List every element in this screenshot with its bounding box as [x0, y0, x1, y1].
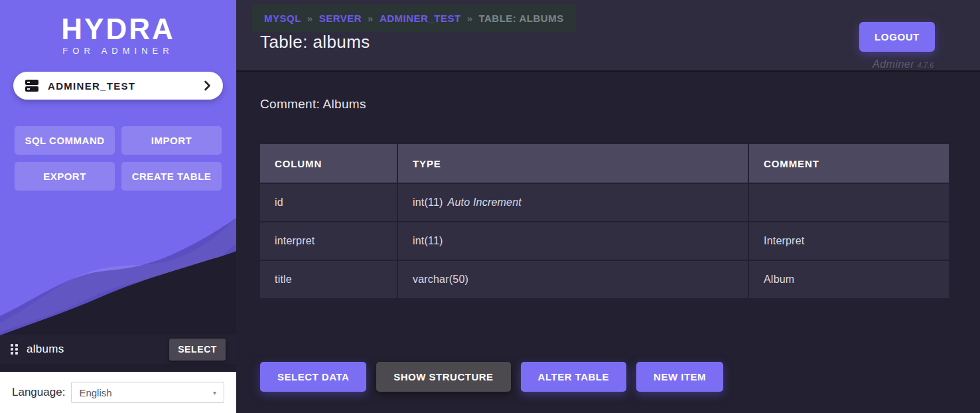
- table-actions: SELECT DATA SHOW STRUCTURE ALTER TABLE N…: [260, 362, 723, 392]
- type-extra: Auto Increment: [448, 197, 522, 208]
- cell-column-name: id: [260, 184, 397, 221]
- language-selected-value: English: [79, 387, 111, 398]
- table-header-row: COLUMN TYPE COMMENT: [260, 144, 949, 183]
- cell-column-name: title: [260, 261, 397, 298]
- import-button[interactable]: IMPORT: [121, 126, 222, 155]
- language-select[interactable]: English ▾: [71, 382, 224, 403]
- breadcrumb-database-link[interactable]: ADMINER_TEST: [380, 13, 461, 24]
- alter-table-button[interactable]: ALTER TABLE: [521, 362, 626, 392]
- adminer-version: Adminer 4.7.6: [873, 58, 934, 70]
- chevron-right-icon: [204, 80, 211, 92]
- table-comment: Comment: Albums: [260, 97, 366, 112]
- table-row: title varchar(50) Album: [260, 260, 949, 298]
- create-table-button[interactable]: CREATE TABLE: [121, 162, 222, 191]
- cell-column-type: int(11): [397, 222, 748, 260]
- adminer-version-name: Adminer: [873, 58, 914, 70]
- cell-column-comment: Interpret: [748, 222, 949, 260]
- comment-header: COMMENT: [748, 144, 949, 183]
- cell-column-name: interpret: [260, 222, 397, 260]
- page-header: MYSQL » SERVER » ADMINER_TEST » TABLE: A…: [236, 0, 980, 72]
- logout-button[interactable]: LOGOUT: [859, 22, 935, 52]
- app-window: HYDRA FOR ADMINER ADMINER_TEST SQL COMMA…: [0, 0, 980, 413]
- cell-column-comment: [748, 184, 949, 221]
- table-row: interpret int(11) Interpret: [260, 221, 949, 260]
- structure-table: COLUMN TYPE COMMENT id int(11) Auto Incr…: [260, 144, 949, 298]
- type-value: int(11): [413, 235, 443, 247]
- sidebar-actions: SQL COMMAND IMPORT EXPORT CREATE TABLE: [15, 126, 222, 191]
- select-data-button[interactable]: SELECT DATA: [260, 362, 366, 392]
- sql-command-button[interactable]: SQL COMMAND: [15, 126, 115, 155]
- export-button[interactable]: EXPORT: [15, 162, 115, 191]
- breadcrumb-separator: »: [467, 13, 473, 24]
- breadcrumb-separator: »: [307, 13, 313, 24]
- database-icon: [25, 80, 38, 92]
- sidebar: HYDRA FOR ADMINER ADMINER_TEST SQL COMMA…: [0, 0, 236, 413]
- logo-title: HYDRA: [0, 15, 236, 44]
- breadcrumb-current: TABLE: ALBUMS: [478, 13, 563, 24]
- table-select-button[interactable]: SELECT: [169, 339, 226, 361]
- new-item-button[interactable]: NEW ITEM: [636, 362, 723, 392]
- database-selector[interactable]: ADMINER_TEST: [13, 72, 223, 100]
- table-name-link[interactable]: albums: [27, 343, 169, 356]
- table-list-item-albums[interactable]: albums SELECT: [0, 335, 236, 364]
- database-selector-label: ADMINER_TEST: [48, 80, 204, 92]
- adminer-version-number: 4.7.6: [918, 61, 934, 69]
- breadcrumb: MYSQL » SERVER » ADMINER_TEST » TABLE: A…: [252, 4, 576, 32]
- content-area: Comment: Albums COLUMN TYPE COMMENT id i…: [236, 73, 980, 413]
- type-value: int(11): [413, 197, 443, 208]
- language-bar: Language: English ▾: [0, 372, 236, 413]
- page-title: Table: albums: [260, 32, 370, 52]
- type-header: TYPE: [397, 144, 748, 183]
- column-header: COLUMN: [260, 144, 397, 183]
- language-label: Language:: [12, 386, 65, 399]
- app-logo: HYDRA FOR ADMINER: [0, 15, 236, 56]
- breadcrumb-separator: »: [368, 13, 374, 24]
- cell-column-type: varchar(50): [397, 261, 748, 298]
- main-area: MYSQL » SERVER » ADMINER_TEST » TABLE: A…: [236, 0, 980, 413]
- cell-column-type: int(11) Auto Increment: [397, 184, 748, 221]
- breadcrumb-server-link[interactable]: SERVER: [319, 13, 362, 24]
- drag-handle-icon[interactable]: [11, 344, 18, 355]
- dropdown-arrow-icon: ▾: [213, 389, 216, 396]
- table-row: id int(11) Auto Increment: [260, 183, 949, 221]
- type-value: varchar(50): [413, 274, 468, 286]
- logo-subtitle: FOR ADMINER: [0, 46, 236, 56]
- show-structure-button[interactable]: SHOW STRUCTURE: [376, 362, 510, 392]
- breadcrumb-mysql-link[interactable]: MYSQL: [264, 13, 301, 24]
- cell-column-comment: Album: [748, 261, 949, 298]
